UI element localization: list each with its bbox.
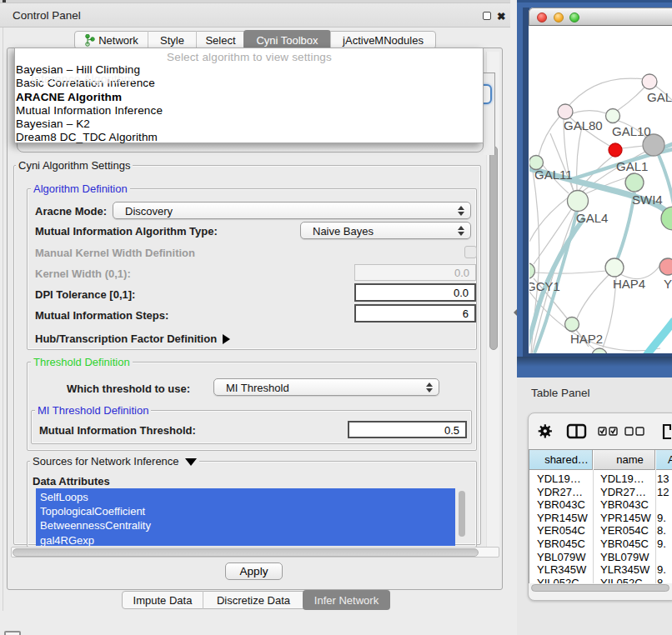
svg-text:HAP2: HAP2 [570, 332, 603, 346]
svg-text:GAL2: GAL2 [647, 90, 672, 104]
svg-text:GAL4: GAL4 [576, 211, 608, 225]
svg-text:GAL80: GAL80 [564, 118, 603, 132]
svg-text:GAL1: GAL1 [616, 159, 648, 173]
svg-text:HAP4: HAP4 [613, 277, 645, 291]
svg-text:GAL11: GAL11 [534, 168, 573, 182]
svg-text:GAL10: GAL10 [612, 124, 651, 138]
svg-text:SWI4: SWI4 [632, 192, 663, 207]
svg-text:YD: YD [664, 277, 672, 291]
svg-text:GCY1: GCY1 [529, 279, 560, 293]
